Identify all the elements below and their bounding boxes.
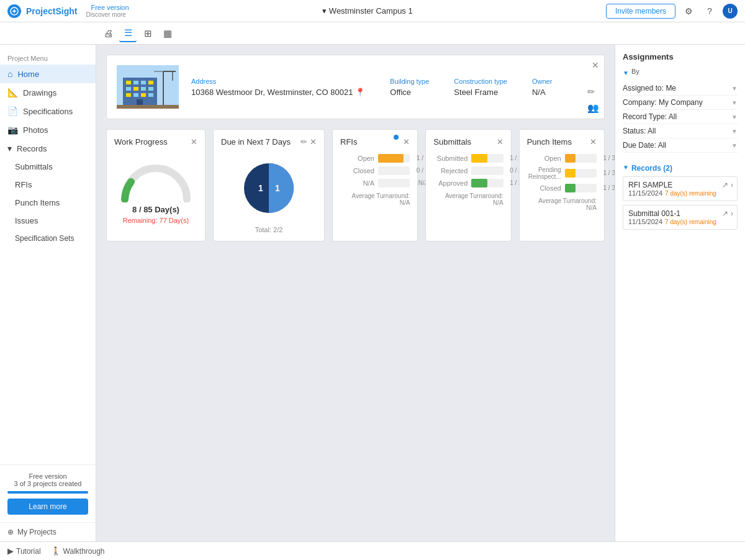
discover-more-link[interactable]: Discover more	[86, 11, 129, 18]
tutorial-label: Tutorial	[16, 547, 41, 556]
right-panel: Assignments ▼ By Assigned to: Me ▼ Compa…	[615, 45, 745, 541]
list-view-icon[interactable]: ☰	[119, 25, 137, 42]
rfis-title: RFIs	[340, 137, 357, 147]
project-image	[117, 65, 179, 109]
pie-total: Total: 2/2	[255, 226, 283, 233]
pie-chart-svg: 1 1	[235, 154, 303, 222]
assigned-to-label: Assigned to: Me	[623, 84, 676, 93]
grid-view-icon[interactable]: ⊞	[139, 25, 156, 42]
construction-type-value: Steel Frame	[454, 88, 507, 97]
sidebar-item-specifications[interactable]: 📄 Specifications	[0, 102, 96, 120]
projects-info: 3 of 3 projects created	[7, 480, 88, 487]
content-area: Address 10368 Westmoor Dr, Westminster, …	[96, 45, 615, 541]
project-selector[interactable]: ▾ Westminster Campus 1	[129, 6, 606, 16]
sidebar-item-specification-sets[interactable]: Specification Sets	[0, 230, 96, 247]
submittal-open-new-icon[interactable]: ↗	[722, 209, 728, 218]
sidebar-item-photos[interactable]: 📷 Photos	[0, 120, 96, 139]
top-bar-right: Invite members ⚙ ? U	[606, 3, 738, 19]
sub-submitted-label: Submitted	[433, 155, 467, 162]
filter-due-date[interactable]: Due Date: All ▼	[623, 138, 738, 153]
edit-project-icon[interactable]: ✏	[587, 86, 599, 97]
settings-icon[interactable]: ⚙	[680, 3, 697, 19]
submittals-avg-turnaround: Average Turnaround: N/A	[433, 192, 503, 206]
sidebar-section-label: Project Menu	[0, 50, 96, 65]
gauge-label: 8 / 85 Day(s)	[132, 205, 179, 214]
rfi-record-actions: ↗ ›	[722, 181, 733, 189]
sub-approved-label: Approved	[433, 179, 467, 187]
filter-assigned-to[interactable]: Assigned to: Me ▼	[623, 81, 738, 96]
field-address: Address 10368 Westmoor Dr, Westminster, …	[191, 78, 365, 97]
close-work-progress-icon[interactable]: ✕	[191, 137, 197, 147]
sidebar-footer-my-projects[interactable]: ⊕ My Projects	[0, 522, 96, 541]
filter-company[interactable]: Company: My Company ▼	[623, 96, 738, 110]
close-submittals-icon[interactable]: ✕	[497, 137, 503, 147]
close-project-card-icon[interactable]: ✕	[592, 60, 599, 70]
sidebar-label-photos: Photos	[23, 125, 48, 135]
pi-pending-track: 1 / 3	[565, 169, 597, 178]
sidebar-item-drawings[interactable]: 📐 Drawings	[0, 83, 96, 102]
svg-text:1: 1	[258, 183, 263, 193]
invite-members-button[interactable]: Invite members	[606, 4, 675, 19]
building-type-label: Building type	[390, 78, 429, 85]
sidebar-item-home[interactable]: ⌂ Home	[0, 65, 96, 83]
close-punch-items-icon[interactable]: ✕	[590, 137, 597, 147]
pie-container: 1 1 Total: 2/2	[221, 154, 317, 233]
sidebar-item-rfis[interactable]: RFIs	[0, 176, 96, 194]
chevron-down-icon: ▼	[623, 70, 629, 76]
print-icon[interactable]: 🖨	[99, 25, 117, 42]
edit-due-next-icon[interactable]: ✏	[300, 137, 307, 147]
location-pin-icon[interactable]: 📍	[355, 88, 365, 97]
table-view-icon[interactable]: ▦	[159, 25, 176, 42]
close-rfis-icon[interactable]: ✕	[403, 137, 410, 147]
rfi-record-name: RFI SAMPLE	[628, 181, 732, 189]
due-date-chevron: ▼	[731, 142, 738, 149]
building-type-value: Office	[390, 88, 429, 97]
tutorial-link[interactable]: ▶ Tutorial	[7, 546, 41, 556]
submittals-actions: ✕	[497, 137, 503, 147]
work-progress-header: Work Progress ✕	[114, 137, 197, 147]
field-owner: Owner N/A	[532, 78, 552, 97]
svg-rect-10	[133, 87, 138, 91]
punch-items-actions: ✕	[590, 137, 597, 147]
pi-pending-count: 1 / 3	[603, 169, 615, 176]
rfi-record-remaining: 7 day(s) remaining	[665, 190, 716, 197]
rfi-bar-open: Open 1 / 1	[340, 154, 410, 163]
submittal-chevron-right-icon[interactable]: ›	[731, 209, 733, 218]
field-construction-type: Construction type Steel Frame	[454, 78, 507, 97]
rfi-na-track: N/A	[378, 179, 410, 187]
filter-status[interactable]: Status: All ▼	[623, 124, 738, 138]
sidebar-item-submittals[interactable]: Submittals	[0, 158, 96, 176]
submittal-record-date: 11/15/2024	[628, 218, 662, 225]
sub-submitted-track: 1 / 2	[471, 154, 503, 163]
learn-more-button[interactable]: Learn more	[7, 499, 88, 515]
records-toggle[interactable]: ▼ Records (2)	[623, 158, 738, 176]
submittal-record-name: Submittal 001-1	[628, 209, 732, 218]
close-due-next-icon[interactable]: ✕	[310, 137, 317, 147]
sidebar-label-specifications: Specifications	[23, 107, 73, 116]
projects-progress-bar	[7, 491, 88, 494]
sub-submitted-fill	[471, 154, 487, 163]
sidebar-item-records[interactable]: ▾ Records	[0, 139, 96, 158]
walkthrough-link[interactable]: 🚶 Walkthrough	[51, 546, 105, 556]
user-avatar[interactable]: U	[723, 4, 738, 19]
help-icon[interactable]: ?	[702, 3, 718, 19]
gauge-container: 8 / 85 Day(s) Remaining: 77 Day(s)	[114, 154, 197, 229]
people-icon[interactable]: 👥	[587, 102, 599, 114]
rfi-chevron-right-icon[interactable]: ›	[731, 181, 733, 189]
filter-record-type[interactable]: Record Type: All ▼	[623, 110, 738, 124]
svg-rect-13	[126, 93, 131, 97]
rfi-closed-label: Closed	[340, 167, 374, 174]
due-next-widget: Due in Next 7 Days ✏ ✕ 1	[213, 129, 325, 242]
address-label: Address	[191, 78, 365, 85]
logo-area: ProjectSight Free version Discover more	[7, 4, 129, 18]
rfi-open-new-icon[interactable]: ↗	[722, 181, 728, 189]
sidebar-item-issues[interactable]: Issues	[0, 212, 96, 230]
sidebar-item-punch-items[interactable]: Punch Items	[0, 194, 96, 212]
by-toggle[interactable]: ▼ By	[623, 68, 738, 78]
pi-closed-track: 1 / 3	[565, 184, 597, 192]
record-item-rfi: RFI SAMPLE 11/15/2024 7 day(s) remaining…	[623, 176, 738, 201]
owner-value: N/A	[532, 88, 552, 97]
records-section-title: Records (2)	[631, 164, 672, 173]
work-progress-widget: Work Progress ✕ 8 / 85 Day(s) Remaining:…	[106, 129, 205, 242]
sidebar-label-home: Home	[17, 70, 39, 79]
